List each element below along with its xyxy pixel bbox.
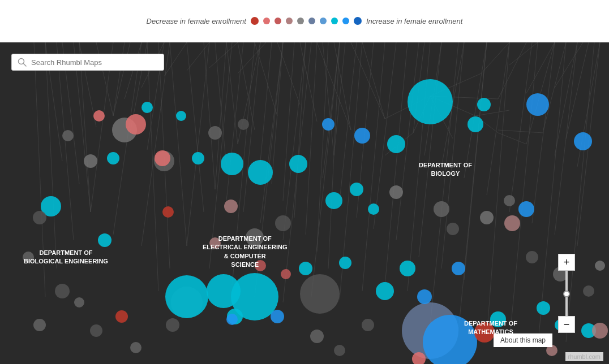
svg-line-18: [300, 42, 317, 122]
svg-line-16: [323, 42, 334, 155]
svg-point-122: [98, 233, 111, 247]
svg-line-44: [487, 42, 509, 336]
svg-line-17: [334, 42, 345, 155]
svg-point-178: [504, 195, 515, 206]
svg-point-176: [447, 223, 459, 235]
network-visualization: [0, 42, 609, 364]
svg-line-14: [334, 42, 351, 130]
zoom-slider[interactable]: [565, 271, 568, 316]
svg-point-148: [226, 314, 238, 325]
svg-point-123: [376, 282, 394, 300]
svg-point-133: [339, 257, 351, 269]
svg-line-21: [238, 42, 255, 130]
svg-line-12: [351, 42, 385, 119]
svg-line-101: [487, 42, 509, 195]
svg-point-143: [452, 262, 465, 275]
legend-dot-1: [263, 18, 270, 24]
svg-point-132: [299, 262, 312, 275]
svg-point-124: [400, 261, 415, 276]
svg-point-172: [55, 284, 70, 298]
svg-point-153: [504, 215, 520, 231]
svg-point-175: [434, 201, 449, 217]
rhumbl-credit: rhumbl.com: [565, 352, 603, 361]
svg-line-97: [464, 42, 487, 280]
svg-point-116: [221, 153, 243, 175]
svg-point-161: [209, 237, 221, 249]
svg-point-135: [192, 152, 204, 164]
svg-point-162: [255, 260, 266, 271]
svg-line-95: [419, 42, 441, 257]
svg-point-170: [33, 211, 46, 224]
svg-line-7: [475, 110, 509, 116]
svg-line-54: [34, 42, 45, 297]
svg-line-28: [187, 42, 204, 212]
svg-line-45: [509, 42, 538, 342]
zoom-controls[interactable]: + −: [558, 254, 575, 333]
zoom-in-button[interactable]: +: [558, 254, 575, 271]
svg-point-188: [310, 330, 324, 343]
svg-point-137: [141, 102, 153, 113]
svg-point-189: [362, 319, 374, 331]
svg-point-181: [583, 285, 594, 297]
svg-point-186: [74, 297, 84, 307]
legend-dot-5: [308, 18, 315, 24]
svg-point-136: [176, 111, 186, 121]
svg-point-120: [368, 203, 379, 215]
zoom-out-button[interactable]: −: [558, 316, 575, 333]
svg-point-171: [23, 252, 34, 263]
svg-line-25: [260, 42, 272, 161]
svg-line-73: [526, 42, 555, 144]
search-box[interactable]: [11, 54, 164, 71]
svg-point-179: [526, 251, 538, 263]
legend-dot-7: [331, 18, 338, 24]
svg-point-140: [526, 93, 549, 116]
svg-point-146: [322, 118, 334, 131]
svg-point-149: [126, 114, 146, 135]
svg-line-40: [385, 42, 408, 285]
svg-point-167: [238, 119, 249, 130]
svg-point-118: [325, 192, 342, 209]
svg-point-152: [224, 200, 238, 213]
svg-line-37: [311, 42, 340, 297]
svg-point-127: [387, 135, 405, 153]
svg-line-60: [306, 42, 317, 235]
svg-line-26: [272, 42, 283, 184]
svg-point-142: [518, 201, 534, 217]
svg-line-19: [277, 42, 300, 105]
svg-point-164: [246, 228, 264, 246]
svg-point-159: [592, 323, 608, 339]
header: Decrease in female enrollment Increase i…: [0, 0, 609, 42]
zoom-handle[interactable]: [563, 291, 570, 297]
search-input[interactable]: [31, 58, 158, 67]
map-container[interactable]: DEPARTMENT OFBIOLOGY DEPARTMENT OFELECTR…: [0, 42, 609, 364]
svg-line-88: [209, 42, 238, 68]
svg-line-22: [226, 42, 238, 144]
legend-dot-6: [320, 18, 327, 24]
svg-line-9: [498, 130, 543, 133]
svg-point-141: [574, 132, 592, 150]
svg-line-77: [566, 42, 589, 138]
svg-point-187: [334, 345, 345, 356]
svg-point-145: [354, 128, 370, 144]
svg-line-69: [509, 42, 538, 65]
svg-point-111: [408, 79, 453, 124]
legend-left-label: Decrease in female enrollment: [147, 17, 246, 25]
search-icon: [18, 58, 27, 67]
svg-line-87: [187, 42, 209, 71]
svg-point-147: [271, 310, 284, 323]
svg-point-163: [281, 269, 291, 279]
legend-dot-8: [342, 18, 349, 24]
svg-line-20: [255, 42, 277, 116]
svg-point-158: [115, 310, 128, 323]
about-button[interactable]: About this map: [494, 333, 552, 347]
svg-line-72: [555, 42, 583, 88]
svg-line-91: [340, 42, 357, 201]
svg-point-125: [468, 116, 483, 132]
svg-point-115: [248, 160, 273, 185]
svg-point-129: [537, 301, 550, 315]
svg-line-89: [238, 42, 266, 73]
legend-dot-0: [251, 17, 259, 25]
svg-point-119: [350, 183, 363, 196]
svg-point-117: [289, 155, 307, 173]
legend-right-label: Increase in female enrollment: [366, 17, 463, 25]
